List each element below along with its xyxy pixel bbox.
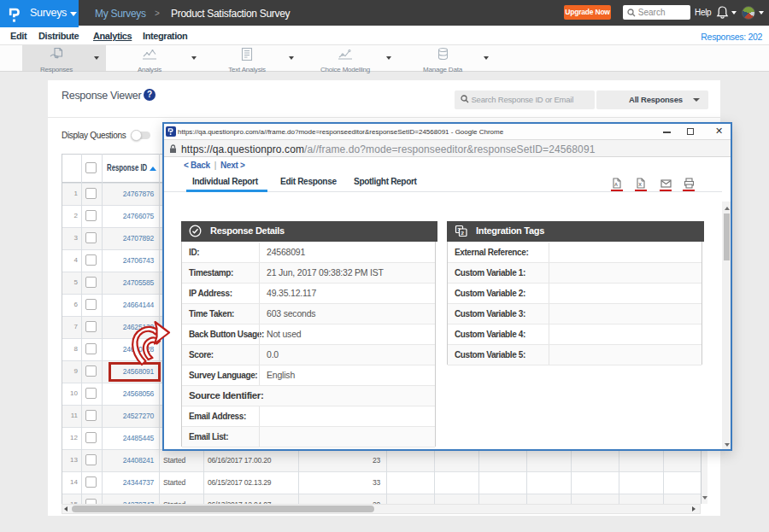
svg-text:A: A bbox=[614, 182, 618, 187]
svg-text:X: X bbox=[638, 182, 642, 187]
